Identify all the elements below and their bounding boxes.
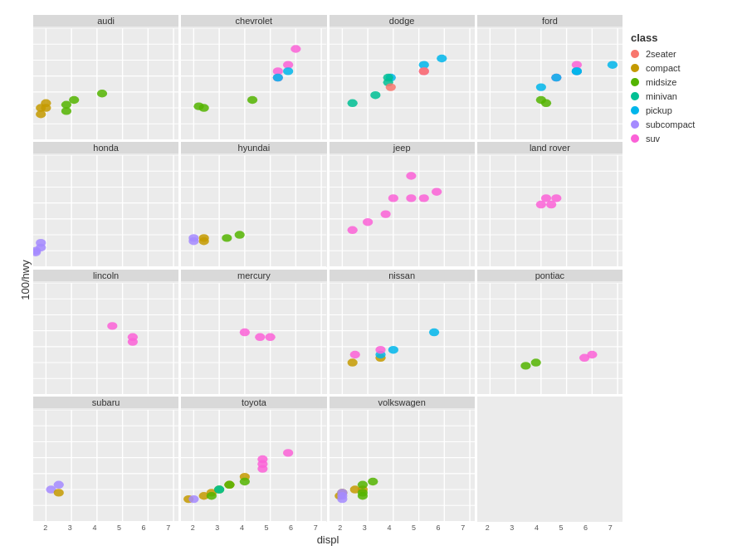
data-point xyxy=(357,481,367,489)
facet-hyundai: hyundai xyxy=(181,142,326,267)
legend-label: midsize xyxy=(646,77,676,87)
data-point xyxy=(370,90,380,98)
facet-svg xyxy=(477,28,622,140)
plot-area: audichevroletdodgefordhondahyundaijeepla… xyxy=(33,15,622,546)
data-point xyxy=(240,478,250,485)
legend-label: minivan xyxy=(646,91,677,101)
facet-title: audi xyxy=(33,15,178,27)
legend-dot xyxy=(631,78,639,86)
facet-honda: honda xyxy=(33,142,178,267)
data-point xyxy=(97,90,107,97)
data-point xyxy=(199,234,209,241)
legend-dot xyxy=(631,106,639,114)
x-tick: 5 xyxy=(559,523,564,532)
facet-dodge: dodge xyxy=(330,15,475,140)
facet-audi: audi xyxy=(33,15,178,140)
facet-svg xyxy=(33,410,178,522)
data-point xyxy=(375,345,385,353)
x-axis-label: displ xyxy=(33,533,622,546)
data-point xyxy=(247,95,257,103)
data-point xyxy=(199,104,209,111)
data-point xyxy=(418,67,428,75)
data-point xyxy=(54,481,64,489)
data-point xyxy=(530,358,540,366)
facet-title: pontiac xyxy=(477,270,622,281)
data-point xyxy=(255,333,265,340)
legend-item: 2seater xyxy=(631,49,730,59)
data-point xyxy=(535,95,545,103)
data-point xyxy=(214,485,224,493)
legend-item: pickup xyxy=(631,105,730,115)
facet-plot-area xyxy=(181,155,326,267)
data-point xyxy=(388,345,398,353)
x-tick-row: 234567 xyxy=(181,522,329,532)
facet-subaru: subaru xyxy=(33,397,178,522)
x-tick: 7 xyxy=(314,523,318,532)
data-point xyxy=(290,45,300,52)
facet-title: dodge xyxy=(330,15,475,27)
facet-empty xyxy=(477,397,622,522)
facet-mercury: mercury xyxy=(181,270,326,395)
x-tick-row: 234567 xyxy=(328,522,476,532)
x-tick: 5 xyxy=(117,523,121,532)
data-point xyxy=(383,73,393,80)
data-point xyxy=(572,67,582,75)
data-point xyxy=(437,54,447,61)
facet-plot-area xyxy=(181,28,326,140)
x-tick: 3 xyxy=(215,523,219,532)
x-tick-row: 234567 xyxy=(33,522,181,532)
data-point xyxy=(551,194,561,202)
x-tick: 3 xyxy=(510,523,514,532)
data-point xyxy=(266,333,276,340)
x-tick: 4 xyxy=(535,523,539,532)
x-tick: 5 xyxy=(412,523,416,532)
facet-plot-area xyxy=(330,28,475,140)
facet-title: subaru xyxy=(33,397,178,408)
data-point xyxy=(551,73,561,80)
facet-plot-area xyxy=(33,155,178,267)
facet-svg xyxy=(330,410,475,522)
data-point xyxy=(69,95,79,103)
facet-title: hyundai xyxy=(181,142,326,153)
data-point xyxy=(222,234,232,241)
legend-dot xyxy=(631,134,639,143)
data-point xyxy=(380,210,390,217)
facet-svg xyxy=(181,283,326,395)
x-tick: 7 xyxy=(461,523,465,532)
legend-item: suv xyxy=(631,134,730,144)
data-point xyxy=(41,104,51,111)
facet-volkswagen: volkswagen xyxy=(330,397,475,522)
facet-plot-area xyxy=(33,410,178,522)
data-point xyxy=(368,478,378,485)
legend-items: 2seatercompactmidsizeminivanpickupsubcom… xyxy=(631,49,730,148)
data-point xyxy=(188,495,198,503)
x-tick: 6 xyxy=(437,523,441,532)
data-point xyxy=(283,449,293,456)
data-point xyxy=(431,187,441,195)
data-point xyxy=(587,350,597,358)
data-point xyxy=(283,67,293,75)
data-point xyxy=(362,218,372,226)
data-point xyxy=(520,362,530,369)
legend-dot xyxy=(631,92,639,100)
data-point xyxy=(347,99,357,106)
facet-svg xyxy=(33,283,178,395)
facet-jeep: jeep xyxy=(330,142,475,267)
legend-item: subcompact xyxy=(631,119,730,129)
facet-title: nissan xyxy=(330,270,475,281)
facet-svg xyxy=(330,28,475,140)
x-tick: 4 xyxy=(387,523,391,532)
y-axis-label-container: 100/hwy xyxy=(17,15,33,546)
legend-label: pickup xyxy=(646,105,672,115)
legend-label: 2seater xyxy=(646,49,676,59)
facet-plot-area xyxy=(181,283,326,395)
data-point xyxy=(128,338,138,345)
facet-svg xyxy=(477,155,622,267)
facet-plot-area xyxy=(477,155,622,267)
data-point xyxy=(107,322,117,329)
x-tick: 4 xyxy=(240,523,244,532)
data-point xyxy=(535,83,545,90)
legend-item: midsize xyxy=(631,77,730,87)
data-point xyxy=(347,358,357,366)
x-tick: 2 xyxy=(486,523,490,532)
